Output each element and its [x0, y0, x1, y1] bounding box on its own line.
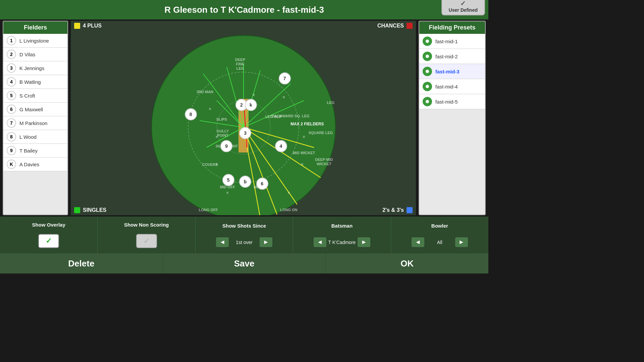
fielder-badge-b[interactable]: b: [239, 176, 251, 188]
preset-item-3[interactable]: fast-mid-3: [419, 64, 485, 79]
svg-text:LEG: LEG: [327, 101, 334, 105]
preset-item-5[interactable]: fast-mid-5: [419, 94, 485, 109]
preset-name-5: fast-mid-5: [435, 99, 458, 105]
fielder-name: D Vilas: [19, 52, 35, 57]
fielder-item[interactable]: 8 L Wood: [3, 130, 67, 144]
batsman-prev-button[interactable]: ◄: [314, 237, 326, 247]
svg-text:×: ×: [287, 190, 290, 195]
fielder-badge-k[interactable]: k: [245, 99, 257, 111]
fielder-item[interactable]: 9 T Bailey: [3, 144, 67, 158]
preset-dot-5: [426, 100, 429, 103]
blue-dot-icon: [407, 207, 413, 213]
preset-name-1: fast-mid-1: [435, 39, 458, 44]
fielder-name: K Jennings: [19, 65, 44, 71]
fielder-badge-8[interactable]: 8: [185, 108, 197, 120]
preset-item-2[interactable]: fast-mid-2: [419, 49, 485, 64]
svg-text:×: ×: [208, 106, 211, 112]
batsman-next-button[interactable]: ►: [358, 237, 370, 247]
red-dot-icon: [407, 23, 413, 29]
page-title: R Gleeson to T K'Cadmore - fast-mid-3: [164, 5, 324, 15]
svg-text:POINT: POINT: [217, 133, 228, 137]
svg-text:FINE: FINE: [236, 62, 244, 66]
fielder-item[interactable]: K A Davies: [3, 158, 67, 171]
fielder-number: 4: [7, 77, 16, 86]
user-defined-label: User Defined: [449, 7, 478, 13]
fielder-item[interactable]: 5 S Croft: [3, 89, 67, 103]
svg-text:×: ×: [302, 134, 305, 139]
fielder-name: L Livingstone: [19, 38, 49, 44]
svg-text:WICKET: WICKET: [317, 162, 331, 166]
top-bar: R Gleeson to T K'Cadmore - fast-mid-3 ✓ …: [0, 0, 488, 19]
fielder-name: M Parkinson: [19, 120, 47, 126]
preset-dot-3: [426, 70, 429, 73]
fielder-badge-7[interactable]: 7: [279, 72, 291, 84]
preset-icon-2: [423, 52, 432, 61]
presets-panel-header: Fielding Presets: [419, 21, 485, 34]
legend-row-top: 4 PLUS CHANCES: [74, 23, 413, 29]
fielder-name: L Wood: [19, 134, 37, 140]
cricket-field[interactable]: DEEP FINE LEG 3RD MAN LEG BACKWARD SQ. L…: [150, 34, 337, 215]
fielder-badge-3[interactable]: 3: [239, 127, 251, 139]
fielder-number: 2: [7, 50, 16, 59]
svg-text:SLIPS: SLIPS: [216, 117, 227, 121]
ok-button[interactable]: OK: [326, 253, 488, 274]
fielder-badge-6[interactable]: 6: [256, 178, 268, 190]
fielder-name: B Watling: [19, 79, 41, 85]
singles-group: SINGLES: [74, 207, 106, 213]
action-bar: Delete Save OK: [0, 253, 488, 274]
fielder-item[interactable]: 6 G Maxwell: [3, 103, 67, 116]
bowler-next-button[interactable]: ►: [455, 237, 468, 247]
shots-since-prev-button[interactable]: ◄: [216, 237, 229, 247]
svg-text:LEG SLIP: LEG SLIP: [265, 115, 282, 119]
fielder-badge-5[interactable]: 5: [222, 174, 234, 186]
show-non-scoring-group: Show Non Scoring ✓: [98, 217, 195, 253]
show-shots-since-label: Show Shots Since: [222, 223, 266, 229]
fielder-item[interactable]: 4 B Watling: [3, 75, 67, 89]
preset-icon-4: [423, 82, 432, 91]
yellow-dot-icon: [74, 23, 80, 29]
svg-text:×: ×: [282, 95, 285, 100]
fielder-badge-4[interactable]: 4: [275, 140, 287, 152]
fielder-number: K: [7, 160, 16, 169]
svg-text:×: ×: [215, 134, 218, 139]
show-non-scoring-label: Show Non Scoring: [124, 222, 169, 228]
bottom-controls: Show Overlay ✓ Show Non Scoring ✓ Show S…: [0, 217, 488, 253]
svg-text:MID WICKET: MID WICKET: [292, 151, 315, 155]
presets-panel: Fielding Presets fast-mid-1 fast-mid-2 f…: [419, 21, 486, 215]
svg-text:×: ×: [252, 92, 255, 98]
fielder-item[interactable]: 7 M Parkinson: [3, 116, 67, 130]
fielder-number: 8: [7, 132, 16, 141]
fielder-number: 5: [7, 91, 16, 100]
save-button[interactable]: Save: [163, 253, 326, 274]
preset-item-4[interactable]: fast-mid-4: [419, 79, 485, 94]
batsman-row: ◄ T K'Cadmore ►: [314, 237, 370, 247]
svg-text:DEEP MID: DEEP MID: [315, 158, 333, 162]
preset-item-1[interactable]: fast-mid-1: [419, 34, 485, 49]
green-dot-icon: [74, 207, 80, 213]
fielder-item[interactable]: 2 D Vilas: [3, 48, 67, 61]
show-non-scoring-toggle[interactable]: ✓: [136, 234, 157, 248]
shots-since-next-button[interactable]: ►: [260, 237, 272, 247]
fielder-item[interactable]: 1 L Livingstone: [3, 34, 67, 48]
singles-label: SINGLES: [83, 207, 106, 213]
show-overlay-toggle[interactable]: ✓: [38, 234, 59, 248]
max-fielders-label: MAX 2 FIELDERS: [290, 122, 324, 126]
preset-dot-1: [426, 40, 429, 43]
fielders-panel-header: Fielders: [3, 21, 67, 34]
fielder-number: 3: [7, 63, 16, 73]
preset-dot-2: [426, 55, 429, 58]
user-defined-button[interactable]: ✓ User Defined: [441, 0, 485, 15]
preset-icon-3: [423, 67, 432, 76]
check-icon-inactive: ✓: [144, 237, 150, 245]
fielder-item[interactable]: 3 K Jennings: [3, 61, 67, 75]
show-overlay-label: Show Overlay: [32, 222, 65, 228]
show-overlay-group: Show Overlay ✓: [0, 217, 98, 253]
show-overlay-row: ✓: [38, 234, 59, 248]
svg-text:×: ×: [226, 190, 228, 195]
legend-4plus-group: 4 PLUS: [74, 23, 102, 29]
fielder-badge-9[interactable]: 9: [220, 140, 232, 152]
delete-button[interactable]: Delete: [0, 253, 163, 274]
preset-icon-5: [423, 97, 432, 106]
bowler-prev-button[interactable]: ◄: [412, 237, 424, 247]
fielder-name: A Davies: [19, 162, 39, 167]
